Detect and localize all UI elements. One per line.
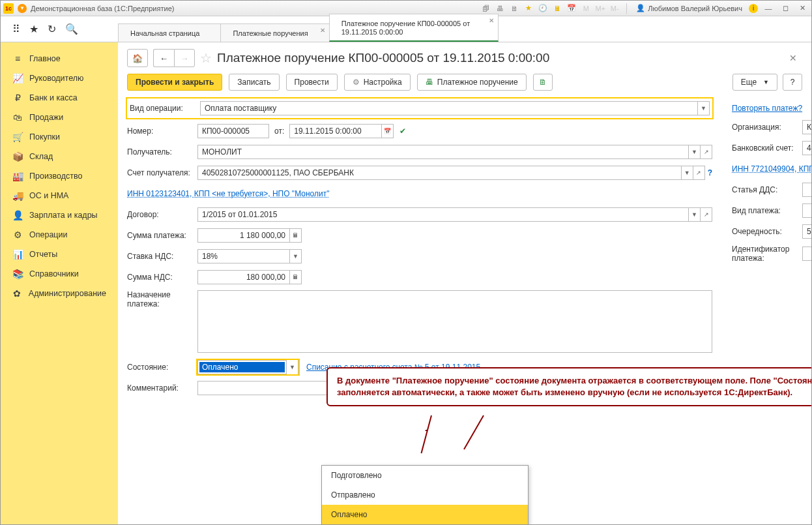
close-document-button[interactable]: ✕ (784, 50, 802, 66)
toolbar-icon-3[interactable]: 🗎 (509, 3, 519, 14)
history-nav-icon[interactable]: ↻ (48, 23, 56, 35)
ruble-icon: ₽ (12, 93, 23, 103)
favorite-icon[interactable]: ★ (523, 3, 534, 14)
recip-account-help[interactable]: ? (708, 168, 712, 177)
recip-account-input[interactable]: 40502810725000001125, ПАО СБЕРБАНК (197, 166, 682, 180)
help-button[interactable]: ? (783, 74, 802, 91)
app-menu-dropdown[interactable]: ▼ (18, 4, 27, 13)
sidebar-item-main[interactable]: ≡Главное (1, 49, 118, 68)
vat-rate-dropdown-button[interactable]: ▼ (290, 249, 302, 263)
back-button[interactable]: ← (153, 49, 174, 67)
contract-open-button[interactable]: ↗ (701, 207, 712, 222)
sidebar-item-operations[interactable]: ⚙Операции (1, 225, 118, 245)
sidebar-item-warehouse[interactable]: 📦Склад (1, 147, 118, 166)
ident-input[interactable] (802, 247, 811, 261)
print-button[interactable]: 🖶Платежное поручение (417, 74, 527, 91)
tab-start-page[interactable]: Начальная страница (118, 23, 221, 42)
sidebar-item-manager[interactable]: 📈Руководителю (1, 68, 118, 88)
org-details-link[interactable]: ИНН 7721049904, КПП <не требуется>, ООО … (732, 164, 811, 173)
recipient-open-button[interactable]: ↗ (701, 145, 712, 159)
org-label: Организация: (732, 123, 802, 132)
chart-icon: 📈 (12, 73, 23, 83)
recip-account-open-button[interactable]: ↗ (693, 166, 705, 180)
info-icon[interactable]: i (749, 4, 758, 13)
bank-account-input[interactable]: 40502810725000001125, ПАО СБЕРБАНК (802, 141, 811, 155)
purpose-textarea[interactable] (197, 290, 712, 353)
state-dropdown-button[interactable]: ▼ (286, 360, 298, 374)
recip-account-label: Счет получателя: (127, 168, 197, 177)
minimize-button[interactable]: — (762, 3, 775, 14)
m-indicator[interactable]: M (581, 3, 591, 14)
sidebar-item-assets[interactable]: 🚚ОС и НМА (1, 186, 118, 205)
search-icon[interactable]: 🔍 (65, 23, 78, 35)
sum-calc-button[interactable]: 🖩 (290, 228, 302, 243)
dds-input[interactable] (802, 183, 811, 197)
dropdown-item-paid[interactable]: Оплачено (322, 505, 528, 524)
state-label: Состояние: (127, 363, 197, 372)
recipient-label: Получатель: (127, 147, 197, 157)
date-input[interactable]: 19.11.2015 0:00:00 (289, 124, 382, 138)
m-minus-indicator[interactable]: M- (609, 3, 620, 14)
priority-input[interactable]: 5 (802, 224, 811, 239)
op-type-dropdown-button[interactable]: ▼ (698, 101, 710, 115)
contract-input[interactable]: 1/2015 от 01.01.2015 (197, 207, 689, 222)
tab-close-icon[interactable]: ✕ (320, 27, 325, 34)
close-window-button[interactable]: ✕ (796, 3, 809, 14)
post-button[interactable]: Провести (286, 74, 338, 91)
recipient-dropdown-button[interactable]: ▼ (689, 145, 701, 159)
vat-sum-calc-button[interactable]: 🖩 (290, 270, 302, 284)
print-icon: 🖶 (426, 78, 433, 87)
maximize-button[interactable]: ◻ (779, 3, 792, 14)
dropdown-item-prepared[interactable]: Подготовлено (322, 466, 528, 485)
org-input[interactable]: Конфетпром (802, 120, 811, 134)
vat-sum-input[interactable]: 180 000,00 (197, 270, 290, 284)
recipient-input[interactable]: МОНОЛИТ (197, 145, 689, 159)
sidebar-item-salary[interactable]: 👤Зарплата и кадры (1, 205, 118, 225)
pay-type-input[interactable] (802, 203, 811, 218)
attachment-button[interactable]: 🗎 (533, 74, 553, 91)
contract-dropdown-button[interactable]: ▼ (689, 207, 701, 222)
window-title: Демонстрационная база (1С:Предприятие) (31, 5, 174, 12)
state-dropdown: Подготовлено Отправлено Оплачено Отклоне… (321, 465, 529, 524)
date-picker-button[interactable]: 📅 (382, 124, 394, 138)
state-input[interactable]: Оплачено ▼ (197, 360, 298, 374)
vat-rate-input[interactable]: 18% (197, 249, 290, 263)
forward-button[interactable]: → (174, 49, 195, 67)
calc-icon[interactable]: 🖩 (552, 3, 562, 14)
repeat-payment-link[interactable]: Повторять платеж? (732, 104, 802, 113)
op-type-input[interactable]: Оплата поставщику (200, 101, 698, 115)
recipient-details-link[interactable]: ИНН 0123123401, КПП <не требуется>, НПО … (127, 189, 329, 198)
settings-button[interactable]: ⚙Настройка (344, 74, 411, 91)
sidebar-item-reports[interactable]: 📊Отчеты (1, 245, 118, 264)
user-name: Любимов Валерий Юрьевич (648, 5, 742, 12)
tab-current-document[interactable]: Платежное поручение КП00-000005 от 19.11… (329, 14, 499, 42)
sidebar-item-catalogs[interactable]: 📚Справочники (1, 264, 118, 284)
m-plus-indicator[interactable]: M+ (595, 3, 605, 14)
apps-icon[interactable]: ⠿ (12, 23, 20, 35)
number-input[interactable]: КП00-000005 (197, 124, 269, 138)
sidebar-item-bank[interactable]: ₽Банк и касса (1, 88, 118, 108)
dropdown-item-sent[interactable]: Отправлено (322, 485, 528, 505)
sum-input[interactable]: 1 180 000,00 (197, 228, 290, 243)
tab-payment-orders[interactable]: Платежные поручения ✕ (220, 23, 329, 42)
toolbar-icon-2[interactable]: 🖶 (495, 3, 505, 14)
toolbar-icon-1[interactable]: 🗐 (480, 3, 491, 14)
current-user[interactable]: 👤 Любимов Валерий Юрьевич (633, 4, 745, 12)
calendar-icon[interactable]: 📅 (566, 3, 577, 14)
home-button[interactable]: 🏠 (127, 49, 148, 67)
star-icon[interactable]: ★ (29, 23, 38, 35)
sidebar-item-purchases[interactable]: 🛒Покупки (1, 127, 118, 147)
vat-rate-label: Ставка НДС: (127, 252, 197, 261)
recip-account-dropdown-button[interactable]: ▼ (682, 166, 693, 180)
save-button[interactable]: Записать (229, 74, 279, 91)
favorite-star-icon[interactable]: ☆ (200, 50, 212, 66)
history-icon[interactable]: 🕘 (538, 3, 548, 14)
sidebar-item-production[interactable]: 🏭Производство (1, 166, 118, 186)
number-label: Номер: (127, 127, 197, 136)
sidebar-item-sales[interactable]: 🛍Продажи (1, 108, 118, 127)
post-and-close-button[interactable]: Провести и закрыть (127, 74, 222, 91)
more-button[interactable]: Еще▼ (732, 74, 777, 91)
cart-icon: 🛒 (12, 132, 23, 142)
sidebar-item-admin[interactable]: ✿Администрирование (1, 284, 118, 303)
tab-close-icon[interactable]: ✕ (489, 17, 494, 24)
